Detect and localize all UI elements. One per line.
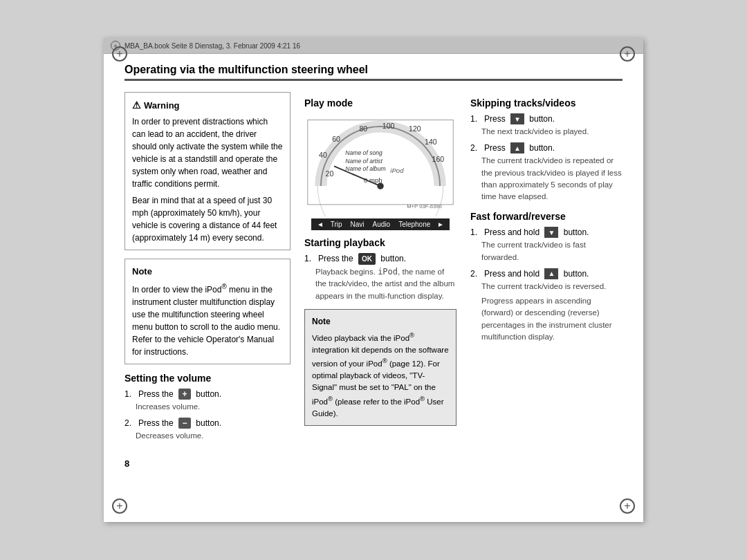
note-text-left: In order to view the iPod® menu in the i… — [132, 281, 283, 358]
svg-text:M+P 03F-6390: M+P 03F-6390 — [407, 203, 442, 209]
corner-target-bl — [112, 498, 127, 514]
skip-up-btn: ▲ — [510, 142, 524, 153]
right-column: Play mode 20 40 60 80 — [304, 92, 456, 445]
far-right-column: Skipping tracks/videos 1. Press ▼ button… — [470, 92, 622, 445]
page: + MBA_BA.book Seite 8 Dienstag, 3. Febru… — [104, 38, 643, 522]
note-box-left: Note In order to view the iPod® menu in … — [124, 259, 290, 364]
menu-right-arrow: ► — [437, 221, 444, 228]
skipping-tracks-list: 1. Press ▼ button. The next track/video … — [470, 113, 622, 203]
corner-target-br — [620, 498, 635, 514]
header-file-info: MBA_BA.book Seite 8 Dienstag, 3. Februar… — [124, 42, 300, 50]
warning-text1: In order to prevent distractions which c… — [132, 115, 283, 190]
svg-text:iPod: iPod — [390, 167, 404, 174]
corner-target-tl — [112, 46, 127, 62]
svg-text:60: 60 — [332, 135, 340, 143]
svg-text:100: 100 — [382, 122, 395, 130]
content-wrapper: ⚠ Warning In order to prevent distractio… — [124, 92, 622, 445]
svg-text:140: 140 — [425, 138, 437, 146]
svg-point-15 — [377, 183, 384, 189]
svg-text:120: 120 — [409, 124, 421, 133]
skipping-tracks-title: Skipping tracks/videos — [470, 97, 622, 109]
corner-target-tr — [620, 46, 635, 62]
starting-playback-title: Starting playback — [304, 237, 456, 248]
ff-down-btn: ▼ — [544, 227, 558, 238]
ff-step-2-desc2: Progress appears in ascending (forward) … — [470, 295, 622, 343]
fast-forward-title: Fast forward/reverse — [470, 211, 622, 222]
skip-step-2-desc: The current track/video is repeated or t… — [470, 155, 622, 203]
svg-text:20: 20 — [326, 169, 334, 178]
ff-step-1: 1. Press and hold ▼ button. The current … — [470, 226, 622, 263]
warning-text2: Bear in mind that at a speed of just 30 … — [132, 194, 283, 244]
note-box-right: Note Video playback via the iPod® integr… — [304, 309, 456, 426]
speedometer-wrap: 20 40 60 80 100 120 140 160 0 mph iPod N… — [304, 113, 456, 230]
warning-box: ⚠ Warning In order to prevent distractio… — [124, 92, 290, 250]
play-mode-title: Play mode — [304, 97, 456, 109]
speedometer-menu-bar: ◄ Trip Navi Audio Telephone ► — [311, 218, 450, 230]
header-bar: + MBA_BA.book Seite 8 Dienstag, 3. Febru… — [104, 38, 643, 54]
svg-text:Name of song: Name of song — [345, 149, 382, 156]
skip-step-1: 1. Press ▼ button. The next track/video … — [470, 113, 622, 138]
ok-button-icon: OK — [358, 253, 376, 265]
note-title-right: Note — [312, 315, 449, 328]
setting-volume-title: Setting the volume — [124, 373, 290, 384]
ff-step-1-desc: The current track/video is fast forwarde… — [470, 239, 622, 263]
menu-bar-items: Trip Navi Audio Telephone — [331, 221, 431, 228]
ff-step-2-desc: The current track/video is reversed. — [470, 281, 622, 292]
page-title: Operating via the multifunction steering… — [124, 64, 622, 81]
skip-step-2: 2. Press ▲ button. The current track/vid… — [470, 142, 622, 203]
volume-step-2-desc: Decreases volume. — [124, 430, 290, 442]
menu-telephone: Telephone — [398, 221, 430, 228]
menu-navi: Navi — [351, 221, 365, 228]
volume-step-1-desc: Increases volume. — [124, 401, 290, 413]
setting-volume-list: 1. Press the + button. Increases volume.… — [124, 388, 290, 442]
menu-trip: Trip — [331, 221, 342, 228]
playback-step-1: 1. Press the OK button. Playback begins.… — [304, 252, 456, 302]
svg-text:Name of album: Name of album — [345, 165, 385, 172]
warning-icon: ⚠ — [132, 98, 141, 113]
left-column: ⚠ Warning In order to prevent distractio… — [124, 92, 290, 445]
menu-audio: Audio — [373, 221, 391, 228]
note-text-right: Video playback via the iPod® integration… — [312, 330, 449, 420]
svg-text:80: 80 — [359, 124, 367, 133]
note-title-left: Note — [132, 265, 283, 279]
skip-step-1-desc: The next track/video is played. — [470, 126, 622, 138]
plus-button-icon: + — [178, 389, 191, 400]
volume-step-2: 2. Press the − button. Decreases volume. — [124, 417, 290, 442]
ff-up-btn: ▲ — [544, 268, 558, 279]
svg-text:40: 40 — [319, 151, 327, 159]
page-number: 8 — [124, 458, 622, 469]
svg-text:Name of artist: Name of artist — [345, 158, 382, 165]
menu-left-arrow: ◄ — [317, 221, 324, 228]
minus-button-icon: − — [178, 418, 191, 429]
volume-step-1: 1. Press the + button. Increases volume. — [124, 388, 290, 413]
ff-step-2: 2. Press and hold ▲ button. The current … — [470, 268, 622, 343]
warning-title: ⚠ Warning — [132, 98, 283, 113]
svg-text:160: 160 — [432, 155, 445, 163]
starting-playback-list: 1. Press the OK button. Playback begins.… — [304, 252, 456, 302]
speedometer-svg: 20 40 60 80 100 120 140 160 0 mph iPod N… — [304, 113, 456, 216]
fast-forward-list: 1. Press and hold ▼ button. The current … — [470, 226, 622, 343]
skip-down-btn: ▼ — [510, 113, 524, 124]
playback-step-1-desc: Playback begins. iPod, the name of the t… — [304, 265, 456, 302]
